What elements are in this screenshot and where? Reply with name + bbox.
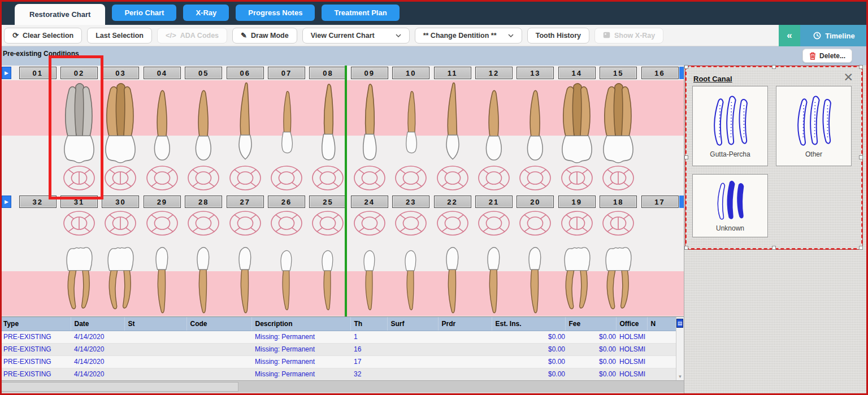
column-header-date[interactable]: Date [71, 317, 124, 331]
tooth-number-24[interactable]: 24 [351, 196, 388, 208]
tooth-number-06[interactable]: 06 [227, 67, 264, 79]
table-row[interactable]: PRE-EXISTING4/14/2020Missing: Permanent1… [0, 355, 676, 368]
tooth-29-occlusal[interactable] [146, 210, 179, 236]
tooth-18-graphic[interactable] [602, 246, 635, 316]
tooth-23-occlusal[interactable] [394, 210, 427, 236]
tooth-08-graphic[interactable] [316, 80, 340, 165]
tooth-number-20[interactable]: 20 [517, 196, 554, 208]
lower-arch-scroll-button[interactable]: ▶ [2, 196, 11, 208]
column-header-type[interactable]: Type [0, 317, 71, 331]
column-header-description[interactable]: Description [251, 317, 350, 331]
tooth-10-occlusal[interactable] [394, 165, 427, 191]
table-horizontal-scrollbar[interactable] [0, 380, 684, 393]
upper-arch-scroll-button[interactable]: ▶ [2, 67, 11, 79]
tooth-15-occlusal[interactable] [602, 165, 635, 191]
timeline-button[interactable]: Timeline [800, 25, 868, 46]
tab-x-ray[interactable]: X-Ray [183, 5, 229, 21]
clear-selection-button[interactable]: ⟳Clear Selection [4, 28, 82, 44]
tooth-14-occlusal[interactable] [561, 165, 593, 191]
column-header-surf[interactable]: Surf [387, 317, 438, 331]
close-icon[interactable]: ✕ [843, 71, 853, 83]
draw-mode-button[interactable]: ✎Draw Mode [232, 28, 297, 44]
tooth-29-graphic[interactable] [151, 246, 173, 316]
tooth-21-occlusal[interactable] [478, 210, 510, 236]
tooth-number-26[interactable]: 26 [268, 196, 305, 208]
tooth-05-occlusal[interactable] [187, 165, 220, 191]
tooth-04-graphic[interactable] [151, 80, 173, 165]
tooth-21-graphic[interactable] [483, 246, 505, 316]
tooth-number-10[interactable]: 10 [392, 67, 429, 79]
tooth-25-graphic[interactable] [319, 246, 337, 316]
tooth-number-08[interactable]: 08 [309, 67, 346, 79]
tooth-number-13[interactable]: 13 [517, 67, 554, 79]
tooth-14-graphic[interactable] [559, 80, 594, 165]
tooth-09-graphic[interactable] [357, 80, 381, 165]
tooth-30-graphic[interactable] [104, 246, 137, 316]
change-dentition-button[interactable]: ** Change Dentition ** [415, 28, 522, 44]
view-current-chart-button[interactable]: View Current Chart [302, 28, 410, 44]
root-canal-option-unknown[interactable]: Unknown [692, 174, 768, 237]
tooth-number-02[interactable]: 02 [60, 67, 98, 79]
tooth-number-27[interactable]: 27 [227, 196, 264, 208]
tooth-number-29[interactable]: 29 [144, 196, 181, 208]
tooth-31-occlusal[interactable] [63, 210, 96, 236]
column-header-fee[interactable]: Fee [565, 317, 616, 331]
column-header-prdr[interactable]: Prdr [438, 317, 492, 331]
tooth-number-23[interactable]: 23 [392, 196, 429, 208]
tooth-number-04[interactable]: 04 [144, 67, 181, 79]
tooth-06-graphic[interactable] [234, 80, 257, 165]
tooth-number-18[interactable]: 18 [600, 196, 637, 208]
tooth-number-12[interactable]: 12 [475, 67, 513, 79]
last-selection-button[interactable]: Last Selection [87, 28, 152, 44]
tooth-number-22[interactable]: 22 [434, 196, 471, 208]
scroll-down-icon[interactable]: ▼ [676, 374, 684, 379]
tooth-number-07[interactable]: 07 [268, 67, 305, 79]
tooth-26-occlusal[interactable] [270, 210, 303, 236]
column-header-st[interactable]: St [124, 317, 186, 331]
tab-perio-chart[interactable]: Perio Chart [112, 5, 176, 21]
tooth-24-graphic[interactable] [361, 246, 379, 316]
tooth-number-30[interactable]: 30 [102, 196, 139, 208]
tooth-number-01[interactable]: 01 [19, 67, 57, 79]
upper-arch-scroll-right-stub[interactable] [679, 67, 684, 79]
tooth-02-graphic[interactable] [62, 80, 97, 165]
tooth-19-occlusal[interactable] [561, 210, 593, 236]
tooth-number-11[interactable]: 11 [434, 67, 471, 79]
column-header-th[interactable]: Th [350, 317, 387, 331]
tooth-number-14[interactable]: 14 [558, 67, 596, 79]
tooth-20-occlusal[interactable] [519, 210, 552, 236]
table-row[interactable]: PRE-EXISTING4/14/2020Missing: Permanent1… [0, 343, 676, 355]
table-row[interactable]: PRE-EXISTING4/14/2020Missing: Permanent3… [0, 368, 676, 380]
tooth-number-25[interactable]: 25 [309, 196, 346, 208]
tooth-12-graphic[interactable] [483, 80, 505, 165]
tooth-history-button[interactable]: Tooth History [527, 28, 589, 44]
tooth-26-graphic[interactable] [277, 246, 296, 316]
root-canal-option-other[interactable]: Other [776, 86, 852, 166]
tooth-23-graphic[interactable] [402, 246, 420, 316]
tooth-12-occlusal[interactable] [478, 165, 510, 191]
tooth-number-31[interactable]: 31 [60, 196, 98, 208]
tooth-19-graphic[interactable] [561, 246, 593, 316]
root-canal-option-gutta-percha[interactable]: Gutta-Percha [692, 86, 768, 166]
tooth-22-occlusal[interactable] [436, 210, 469, 236]
tooth-02-occlusal[interactable] [63, 165, 96, 191]
tooth-27-occlusal[interactable] [229, 210, 262, 236]
collapse-panel-button[interactable]: « [779, 25, 800, 46]
tooth-30-occlusal[interactable] [104, 210, 137, 236]
column-header-est-ins[interactable]: Est. Ins. [492, 317, 565, 331]
tooth-22-graphic[interactable] [442, 246, 463, 316]
tooth-number-19[interactable]: 19 [558, 196, 596, 208]
tooth-07-graphic[interactable] [277, 80, 297, 165]
column-settings-icon[interactable]: ▤ [676, 319, 683, 328]
tooth-05-graphic[interactable] [192, 80, 215, 165]
tooth-09-occlusal[interactable] [353, 165, 386, 191]
tooth-03-occlusal[interactable] [104, 165, 137, 191]
tooth-number-03[interactable]: 03 [102, 67, 139, 79]
tooth-number-28[interactable]: 28 [185, 196, 222, 208]
tooth-18-occlusal[interactable] [602, 210, 635, 236]
tab-restorative-chart[interactable]: Restorative Chart [15, 4, 105, 25]
tooth-number-16[interactable]: 16 [641, 67, 679, 79]
column-header-office[interactable]: Office [616, 317, 647, 331]
tooth-13-occlusal[interactable] [519, 165, 552, 191]
tooth-25-occlusal[interactable] [311, 210, 344, 236]
